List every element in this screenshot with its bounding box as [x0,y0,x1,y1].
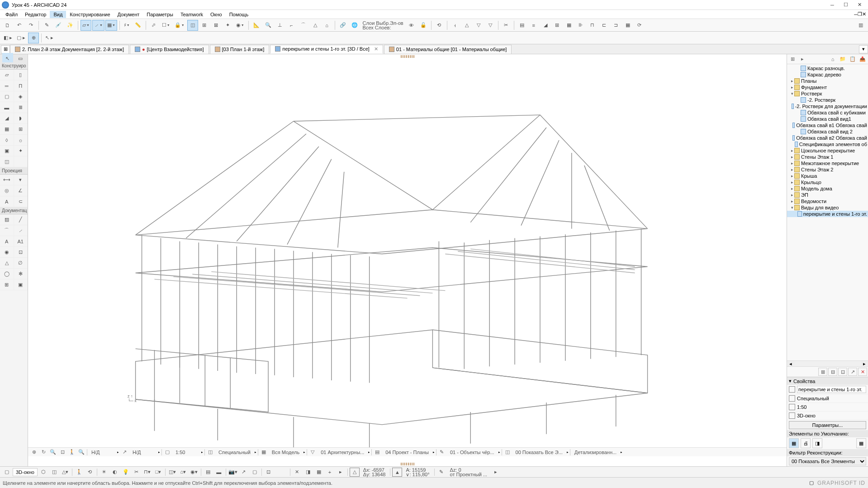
menu-document[interactable]: Документ [114,11,143,18]
menu-view[interactable]: Вид [50,11,66,18]
qb-show[interactable]: 00 Показать Все Э... [513,450,565,455]
tree-item[interactable]: ▸Межэтажное перекрытие [787,160,868,166]
cb-walk-icon[interactable]: 🚶 [74,468,84,477]
text2-tool[interactable]: A [0,236,14,247]
3d-viewport[interactable]: z ↑└─ x [28,54,787,466]
elevation-tool[interactable]: △ [0,258,14,269]
qb-walk-icon[interactable]: 🚶 [68,448,76,456]
tb-button-9[interactable]: ⌂ [322,20,332,31]
align-left-button[interactable]: ⫞ [450,20,460,31]
tree-item[interactable]: ▸Ведомости [787,198,868,204]
qb-detail[interactable]: Детализированн... [572,450,619,455]
tree-item[interactable]: Обвязка свай в1 Обвязка свай [787,122,868,128]
tb2-arrow-button[interactable]: ↖ ▸ [44,33,55,43]
tree-item[interactable]: ▸Стены Этаж 2 [787,166,868,173]
qb-show-icon[interactable]: ◫ [503,448,512,456]
grid-button[interactable]: ♯▼ [122,20,132,31]
menu-teamwork[interactable]: Teamwork [177,11,207,18]
arc-tool[interactable]: ⌒ [0,225,14,236]
current-view-name[interactable]: 3D-окно [13,468,38,476]
cb-snapshot-icon[interactable]: ▢ [250,468,260,477]
tree-item[interactable]: ▸Стены Этаж 1 [787,154,868,160]
nav-home-icon[interactable]: ⌂ [828,55,837,63]
tab-plan1[interactable]: [03 План 1-й этаж] [210,45,270,54]
tb-ext-7[interactable]: ⊓ [587,20,598,31]
detail-tool[interactable]: ∅ [14,258,28,269]
label2-tool[interactable]: A1 [14,236,28,247]
view-name-input[interactable] [797,386,866,393]
door-tool[interactable]: ▢ [0,91,14,102]
tree-item[interactable]: ▾Ростверк [787,90,868,97]
align-center-button[interactable]: △ [461,20,472,31]
cb-angle-icon[interactable]: ▲ [392,468,402,477]
cb-trace3-icon[interactable]: + [325,468,335,477]
navigator-tree[interactable]: Каркас разноцв.Каркас дерево▸Планы▸Фунда… [787,64,868,360]
measure-button[interactable]: 📐 [251,20,262,31]
cb-render1-icon[interactable]: ◫▾ [167,468,177,477]
tree-item[interactable]: ▸Крыша [787,173,868,179]
tree-item[interactable]: Каркас дерево [787,71,868,78]
nav-action-4[interactable]: ↗ [848,368,857,376]
lamp-tool[interactable]: ✦ [14,146,28,156]
cb-story-icon[interactable]: ▬ [214,468,224,477]
viewport-grip-top[interactable] [401,55,414,58]
section-button[interactable]: ✂ [501,20,512,31]
default-icon-3[interactable]: ◨ [812,438,822,448]
tb2-button-1[interactable]: ◧ ▸ [2,33,14,43]
tab-close-icon[interactable]: ✕ [374,46,378,52]
text-tool[interactable]: A [0,196,14,207]
cb-render3-icon[interactable]: ◉▾ [189,468,199,477]
zoom-button[interactable]: 🔍 [263,20,274,31]
cb-bimx-icon[interactable]: ⊡ [264,468,274,477]
close-window-button[interactable]: ✕ [853,0,866,9]
cb-layers-icon[interactable]: ▤ [203,468,213,477]
minimize-button[interactable]: ─ [825,0,839,9]
cb-marquee-icon[interactable]: □▾ [153,468,163,477]
wall-tool[interactable]: ▱ [0,70,14,81]
constraint-button[interactable]: ▦▼ [105,20,117,31]
tb-button-7[interactable]: ⌒ [298,20,309,31]
parameters-button[interactable]: Параметры... [789,421,866,429]
fill-tool[interactable]: ▨ [0,214,14,225]
magic-wand-button[interactable]: ✨ [65,20,76,31]
menu-params[interactable]: Параметры [143,11,177,18]
default-icon-1[interactable]: ▦ [789,438,799,448]
tb-button-5[interactable]: ⊥ [275,20,285,31]
cb-coord-icon[interactable]: △ [350,468,360,477]
section-tool[interactable]: ⊡ [14,247,28,258]
qb-nav-icon[interactable]: ↻ [39,448,47,456]
tab-interaction[interactable]: ●[Центр Взаимодействия] [130,45,209,54]
properties-header[interactable]: ▾Свойства [787,377,868,385]
menu-construct[interactable]: Конструирование [66,11,114,18]
menu-window[interactable]: Окно [207,11,226,18]
ruler-button[interactable]: 📏 [133,20,143,31]
cb-more-icon[interactable]: ▸ [491,468,501,477]
cb-cut-icon[interactable]: ✂ [132,468,142,477]
nav-publish-icon[interactable]: 📤 [858,55,867,63]
cb-3d-icon[interactable]: ⬡ [38,468,48,477]
layer-vis-button[interactable]: 👁 [406,20,417,31]
nav-book-icon[interactable]: 📋 [848,55,857,63]
tb-ext-2[interactable]: ≡ [528,20,539,31]
qb-orbit-icon[interactable]: ⊕ [30,448,38,456]
tree-item[interactable]: перекрытие и стены 1-го эт. [787,211,868,217]
slab-tool[interactable]: ▬ [0,102,14,113]
tree-item[interactable]: Каркас разноцв. [787,65,868,71]
stair-tool[interactable]: ≣ [14,102,28,113]
qb-special[interactable]: Специальный [216,450,253,455]
qb-plans-icon[interactable]: ▤ [373,448,381,456]
eyedropper-button[interactable]: ✎ [41,20,52,31]
cursor-mode-button[interactable]: ▱▼ [81,20,91,31]
tb-ext-9[interactable]: ⊐ [611,20,621,31]
beam-tool[interactable]: ═ [0,81,14,91]
tb-ext-3[interactable]: ◢ [540,20,551,31]
qb-arch-icon[interactable]: ▽ [308,448,317,456]
tree-item[interactable]: -2. Ростверк для документации [787,103,868,109]
qb-model-icon[interactable]: ▦ [260,448,268,456]
viewport-grip-bottom[interactable] [401,463,414,465]
nav-action-1[interactable]: ⊞ [818,368,827,376]
qb-scale-icon[interactable]: ▢ [163,448,171,456]
qb-plans[interactable]: 04 Проект - Планы [383,450,432,455]
cb-trace4-icon[interactable]: ▸ [336,468,346,477]
morph-tool[interactable]: ◊ [0,135,14,146]
